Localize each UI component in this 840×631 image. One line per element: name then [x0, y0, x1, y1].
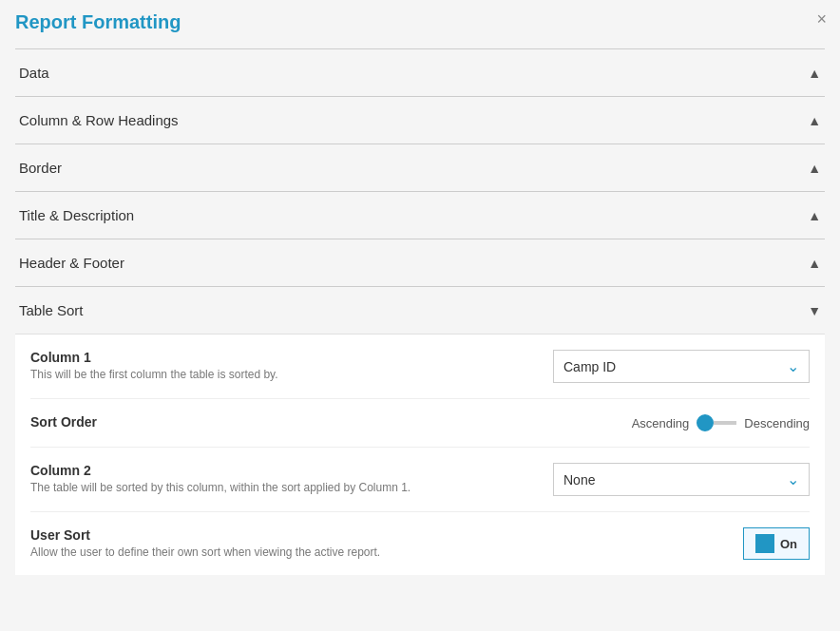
- accordion-label-column-row-headings: Column & Row Headings: [19, 112, 179, 128]
- accordion-item-header-footer: Header & Footer ▲: [15, 239, 825, 286]
- table-sort-content: Column 1 This will be the first column t…: [15, 334, 825, 575]
- user-sort-row: User Sort Allow the user to define their…: [30, 512, 810, 575]
- radio-dot-icon: [697, 414, 714, 431]
- accordion-item-border: Border ▲: [15, 143, 825, 191]
- accordion-header-border[interactable]: Border ▲: [15, 144, 825, 191]
- accordion-label-title-description: Title & Description: [19, 207, 134, 223]
- accordion-item-data: Data ▲: [15, 48, 825, 96]
- column1-value: Camp ID: [563, 359, 616, 374]
- accordion-item-column-row-headings: Column & Row Headings ▲: [15, 96, 825, 143]
- column2-value: None: [563, 472, 595, 488]
- chevron-icon-data: ▲: [808, 66, 821, 81]
- column2-dropdown[interactable]: None ⌄: [553, 463, 810, 496]
- chevron-icon-table-sort: ▼: [808, 303, 821, 318]
- accordion-header-header-footer[interactable]: Header & Footer ▲: [15, 239, 825, 286]
- user-sort-toggle[interactable]: On: [743, 527, 810, 560]
- column2-row: Column 2 The table will be sorted by thi…: [30, 448, 810, 512]
- column2-control: None ⌄: [544, 463, 810, 496]
- sort-order-row: Sort Order Ascending Descending: [30, 399, 810, 448]
- column1-label-group: Column 1 This will be the first column t…: [30, 350, 544, 381]
- report-formatting-panel: Report Formatting × Data ▲ Column & Row …: [0, 0, 840, 631]
- accordion-label-data: Data: [19, 65, 49, 81]
- column1-label: Column 1: [30, 350, 544, 365]
- user-sort-label-group: User Sort Allow the user to define their…: [30, 527, 544, 559]
- user-sort-description: Allow the user to define their own sort …: [30, 545, 544, 559]
- accordion-header-title-description[interactable]: Title & Description ▲: [15, 192, 825, 239]
- column2-label: Column 2: [30, 463, 544, 478]
- accordion-header-table-sort[interactable]: Table Sort ▼: [15, 287, 825, 334]
- accordion-header-column-row-headings[interactable]: Column & Row Headings ▲: [15, 97, 825, 143]
- column2-label-group: Column 2 The table will be sorted by thi…: [30, 463, 544, 494]
- accordion-label-border: Border: [19, 160, 62, 176]
- chevron-icon-border: ▲: [808, 161, 821, 176]
- accordion-header-data[interactable]: Data ▲: [15, 49, 825, 96]
- toggle-on-label: On: [780, 537, 797, 551]
- chevron-icon-column-row-headings: ▲: [808, 113, 821, 128]
- sort-order-toggle[interactable]: [697, 414, 736, 431]
- column1-control: Camp ID ⌄: [544, 350, 810, 383]
- column1-description: This will be the first column the table …: [30, 368, 544, 381]
- column1-dropdown[interactable]: Camp ID ⌄: [553, 350, 810, 383]
- accordion-item-table-sort: Table Sort ▼ Column 1 This will be the f…: [15, 286, 825, 575]
- chevron-icon-header-footer: ▲: [808, 256, 821, 271]
- close-button[interactable]: ×: [816, 10, 827, 29]
- sort-order-label-group: Sort Order: [30, 414, 544, 430]
- column2-description: The table will be sorted by this column,…: [30, 481, 544, 494]
- ascending-label: Ascending: [632, 416, 690, 430]
- sort-order-label: Sort Order: [30, 414, 544, 430]
- accordion-item-title-description: Title & Description ▲: [15, 191, 825, 239]
- toggle-checkbox-icon: [755, 534, 774, 553]
- radio-line-icon: [714, 421, 736, 425]
- column2-dropdown-chevron-icon: ⌄: [787, 470, 799, 488]
- sort-order-control: Ascending Descending: [544, 414, 810, 431]
- user-sort-label: User Sort: [30, 527, 544, 543]
- column1-row: Column 1 This will be the first column t…: [30, 335, 810, 399]
- accordion-label-header-footer: Header & Footer: [19, 255, 124, 271]
- column1-dropdown-chevron-icon: ⌄: [787, 357, 799, 375]
- descending-label: Descending: [744, 416, 810, 430]
- chevron-icon-title-description: ▲: [808, 208, 821, 223]
- panel-title: Report Formatting: [15, 11, 825, 33]
- accordion-label-table-sort: Table Sort: [19, 302, 84, 318]
- user-sort-control: On: [544, 527, 810, 560]
